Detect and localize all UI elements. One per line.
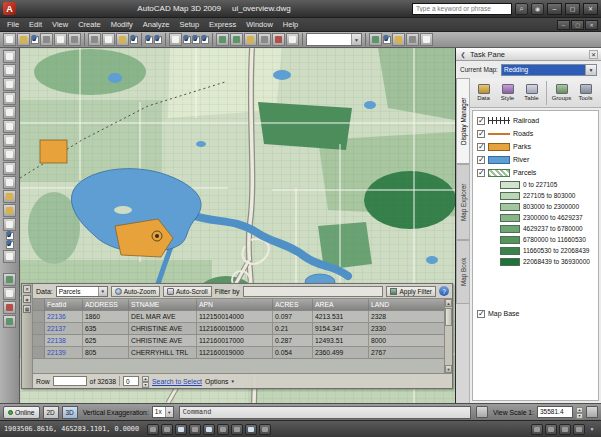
table-button[interactable]: Table — [520, 79, 543, 106]
chevron-down-icon[interactable] — [351, 34, 361, 45]
close-icon[interactable] — [589, 50, 598, 59]
view-scale-stepper[interactable] — [576, 407, 583, 417]
construction-line-icon[interactable] — [3, 64, 16, 77]
view-options-icon[interactable] — [586, 406, 598, 418]
theme-range[interactable]: 0 to 227105 — [474, 179, 597, 190]
help-icon[interactable]: ? — [439, 286, 449, 296]
table-icon[interactable] — [3, 273, 16, 286]
workspace-combo[interactable] — [306, 33, 362, 46]
undo-icon[interactable] — [145, 36, 153, 44]
col-area[interactable]: AREA — [313, 299, 369, 310]
col-acres[interactable]: ACRES — [273, 299, 313, 310]
cut-icon[interactable] — [88, 33, 101, 46]
spline-icon[interactable] — [3, 162, 16, 175]
markup-icon[interactable] — [272, 33, 285, 46]
new-file-icon[interactable] — [3, 33, 16, 46]
arc-icon[interactable] — [3, 120, 16, 133]
doc-close-button[interactable] — [585, 20, 598, 30]
layer-parks[interactable]: Parks — [474, 140, 597, 153]
col-stname[interactable]: STNAME — [129, 299, 197, 310]
col-featid[interactable]: FeatId — [45, 299, 83, 310]
help-icon[interactable] — [420, 33, 433, 46]
tools-button[interactable]: Tools — [574, 79, 597, 106]
point-icon[interactable] — [3, 218, 16, 231]
table-row[interactable]: 22136 1860 DEL MAR AVE 112150014000 0.09… — [33, 311, 452, 323]
polyline-icon[interactable] — [3, 78, 16, 91]
lwt-icon[interactable] — [259, 424, 271, 435]
annotation-scale-icon[interactable] — [545, 424, 557, 435]
hatch-icon[interactable] — [6, 232, 14, 240]
chevron-down-icon[interactable] — [585, 65, 596, 75]
ducs-icon[interactable] — [231, 424, 243, 435]
theme-range[interactable]: 2300000 to 4629237 — [474, 212, 597, 223]
scrollbar-thumb[interactable] — [445, 308, 452, 326]
scale-lock-icon[interactable] — [476, 406, 488, 418]
map-query-icon[interactable] — [383, 36, 391, 44]
zoom-realtime-icon[interactable] — [183, 36, 191, 44]
view-scale-input[interactable]: 35581.4 — [537, 406, 573, 418]
menu-window[interactable]: Window — [241, 18, 278, 31]
collapse-icon[interactable] — [459, 50, 467, 58]
publish-icon[interactable] — [68, 33, 81, 46]
sheet-set-manager-icon[interactable] — [258, 33, 271, 46]
layer-parcels[interactable]: Parcels — [474, 166, 597, 179]
polygon-icon[interactable] — [3, 92, 16, 105]
auto-zoom-button[interactable]: Auto-Zoom — [111, 286, 160, 297]
insert-block-icon[interactable] — [3, 190, 16, 203]
quickcalc-icon[interactable] — [286, 33, 299, 46]
maximize-button[interactable] — [565, 3, 580, 15]
theme-range[interactable]: 227105 to 803000 — [474, 190, 597, 201]
data-button[interactable]: Data — [472, 79, 495, 106]
snap-icon[interactable] — [147, 424, 159, 435]
chevron-down-icon[interactable] — [98, 287, 107, 296]
properties-icon[interactable] — [216, 33, 229, 46]
current-map-select[interactable]: Redding — [501, 64, 597, 76]
theme-range[interactable]: 6780000 to 11660530 — [474, 234, 597, 245]
make-block-icon[interactable] — [3, 204, 16, 217]
menu-setup[interactable]: Setup — [174, 18, 204, 31]
annotation-visibility-icon[interactable] — [559, 424, 571, 435]
map-buffer-icon[interactable] — [406, 33, 419, 46]
doc-minimize-button[interactable] — [557, 20, 570, 30]
theme-range[interactable]: 4629237 to 6780000 — [474, 223, 597, 234]
match-properties-icon[interactable] — [130, 36, 138, 44]
layer-railroad[interactable]: Railroad — [474, 114, 597, 127]
count-stepper[interactable] — [142, 376, 149, 386]
redo-icon[interactable] — [154, 36, 162, 44]
close-button[interactable] — [583, 3, 598, 15]
map-data-connect-icon[interactable] — [369, 33, 382, 46]
vertical-exaggeration-select[interactable]: 1x — [152, 406, 174, 418]
table-row[interactable]: 22137 635 CHRISTINE AVE 112160015000 0.2… — [33, 323, 452, 335]
apply-filter-button[interactable]: Apply Filter — [386, 286, 436, 297]
region-icon[interactable] — [3, 250, 16, 263]
layer-river[interactable]: River — [474, 153, 597, 166]
osnap-icon[interactable] — [203, 424, 215, 435]
tab-map-explorer[interactable]: Map Explorer — [456, 164, 469, 240]
table-row[interactable]: 22138 625 CHRISTINE AVE 112160017000 0.2… — [33, 335, 452, 347]
table-scrollbar[interactable] — [444, 299, 452, 373]
search-icon[interactable] — [515, 3, 528, 15]
plot-icon[interactable] — [40, 33, 53, 46]
online-button[interactable]: Online — [3, 406, 40, 419]
tray-settings-icon[interactable] — [573, 424, 585, 435]
theme-range[interactable]: 11660530 to 22068439 — [474, 245, 597, 256]
model-space-icon[interactable] — [531, 424, 543, 435]
circle-icon[interactable] — [3, 134, 16, 147]
designcenter-icon[interactable] — [230, 33, 243, 46]
multiline-text-icon[interactable] — [3, 287, 16, 300]
options-menu[interactable]: Options — [205, 378, 235, 385]
data-source-select[interactable]: Parcels — [56, 286, 108, 297]
ellipse-icon[interactable] — [3, 176, 16, 189]
ortho-icon[interactable] — [175, 424, 187, 435]
theme-range[interactable]: 803000 to 2300000 — [474, 201, 597, 212]
minimize-button[interactable] — [547, 3, 562, 15]
communication-center-icon[interactable] — [531, 3, 544, 15]
menu-file[interactable]: File — [2, 18, 24, 31]
close-icon[interactable] — [23, 285, 31, 293]
checkbox[interactable] — [477, 117, 485, 125]
mode-2d-button[interactable]: 2D — [43, 406, 59, 419]
auto-scroll-button[interactable]: Auto-Scroll — [163, 286, 212, 297]
plot-preview-icon[interactable] — [54, 33, 67, 46]
zoom-previous-icon[interactable] — [201, 36, 209, 44]
dyn-icon[interactable] — [245, 424, 257, 435]
